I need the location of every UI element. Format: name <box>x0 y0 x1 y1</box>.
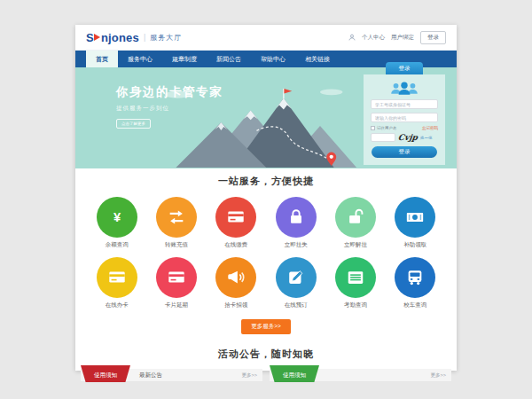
service-label: 余额查询 <box>106 241 129 249</box>
card-icon[interactable] <box>97 257 137 298</box>
service-item-9[interactable]: 在线预订 <box>276 257 317 309</box>
password-input[interactable] <box>371 113 438 122</box>
nav-item-3[interactable]: 新闻公告 <box>207 51 251 67</box>
services-grid: ¥余额查询转账充值在线缴费立即挂失立即解挂补助领取在线办卡卡片延期拾卡招领在线预… <box>87 197 445 309</box>
service-label: 立即挂失 <box>285 241 308 249</box>
svg-text:¥: ¥ <box>113 210 121 224</box>
announcements-section-title: 活动公告，随时知晓 <box>75 348 457 361</box>
service-label: 补助领取 <box>403 241 426 249</box>
service-label: 转账充值 <box>165 241 188 249</box>
nav-item-2[interactable]: 规章制度 <box>162 51 207 67</box>
remember-checkbox[interactable] <box>371 126 375 130</box>
logo-text-rest: njones <box>101 31 139 44</box>
announcement-bars: 使用须知 最新公告 更多>> 使用须知 更多>> <box>81 369 451 382</box>
service-label: 考勤查询 <box>344 301 367 309</box>
login-panel: 登录 记住用户名 <box>364 62 445 165</box>
nav-item-5[interactable]: 相关链接 <box>295 51 340 67</box>
list-icon[interactable] <box>335 257 376 298</box>
nav-item-4[interactable]: 帮助中心 <box>251 51 295 67</box>
nav-item-1[interactable]: 服务中心 <box>118 51 162 67</box>
site-logo[interactable]: S njones | 服务大厅 <box>86 31 182 44</box>
service-label: 拾卡招领 <box>224 301 247 309</box>
notice-panel-right: 使用须知 更多>> <box>270 369 451 382</box>
yuan-icon[interactable]: ¥ <box>97 197 137 238</box>
hero-subtitle: 提供服务一步到位 <box>116 105 223 113</box>
forgot-password-link[interactable]: 忘记密码 <box>422 126 438 130</box>
more-link-left[interactable]: 更多>> <box>242 372 257 379</box>
site-subtitle: 服务大厅 <box>150 33 182 43</box>
logo-arrow-icon <box>94 34 100 41</box>
latest-announcements-label[interactable]: 最新公告 <box>139 372 162 379</box>
usage-notice-tab-right[interactable]: 使用须知 <box>270 365 319 382</box>
captcha-row: Cvjp 换一张 <box>371 133 438 142</box>
megaphone-icon[interactable] <box>215 257 256 298</box>
service-item-8[interactable]: 拾卡招领 <box>215 257 256 309</box>
service-item-5[interactable]: 补助领取 <box>395 197 435 249</box>
nav-item-0[interactable]: 首页 <box>86 51 118 67</box>
card-icon[interactable] <box>215 197 256 238</box>
login-tab[interactable]: 登录 <box>386 62 423 74</box>
transfer-icon[interactable] <box>156 197 197 238</box>
service-item-0[interactable]: ¥余额查询 <box>97 197 137 249</box>
service-label: 在线预订 <box>285 301 308 309</box>
service-item-3[interactable]: 立即挂失 <box>276 197 317 249</box>
usage-notice-tab-left[interactable]: 使用须知 <box>81 365 130 382</box>
service-label: 卡片延期 <box>165 301 188 309</box>
service-item-2[interactable]: 在线缴费 <box>215 197 256 249</box>
remember-row: 记住用户名 忘记密码 <box>371 126 438 130</box>
header-utility-links: 个人中心 用户绑定 登录 <box>348 31 446 44</box>
logo-text: S <box>86 31 94 44</box>
person-icon <box>348 34 356 41</box>
desktop-background: S njones | 服务大厅 个人中心 用户绑定 登录 首页服务中心规章制度新… <box>0 0 532 399</box>
service-item-7[interactable]: 卡片延期 <box>156 257 197 309</box>
login-submit-button[interactable]: 登录 <box>372 146 437 158</box>
service-item-4[interactable]: 立即解挂 <box>335 197 376 249</box>
login-card: 记住用户名 忘记密码 Cvjp 换一张 登录 <box>364 74 445 165</box>
captcha-input[interactable] <box>371 133 395 142</box>
service-item-10[interactable]: 考勤查询 <box>335 257 376 309</box>
users-icon <box>388 81 420 96</box>
edit-icon[interactable] <box>276 257 317 298</box>
service-label: 立即解挂 <box>344 241 367 249</box>
logo-divider: | <box>144 33 145 42</box>
services-section: 一站服务，方便快捷 ¥余额查询转账充值在线缴费立即挂失立即解挂补助领取在线办卡卡… <box>75 168 457 334</box>
hero-banner: 你身边的卡管专家 提供服务一步到位 点击了解更多 <box>75 67 457 168</box>
header-link-personal-center[interactable]: 个人中心 <box>362 34 385 42</box>
service-item-11[interactable]: 校车查询 <box>395 257 435 309</box>
service-label: 校车查询 <box>403 301 426 309</box>
card-icon[interactable] <box>156 257 197 298</box>
username-input[interactable] <box>371 99 438 109</box>
service-item-6[interactable]: 在线办卡 <box>97 257 137 309</box>
header-link-user-binding[interactable]: 用户绑定 <box>391 34 414 42</box>
banknote-icon[interactable] <box>395 197 435 238</box>
header-login-button[interactable]: 登录 <box>420 31 446 44</box>
more-services-button[interactable]: 更多服务>> <box>241 319 291 334</box>
site-header: S njones | 服务大厅 个人中心 用户绑定 登录 <box>75 25 457 51</box>
announcements-section: 活动公告，随时知晓 使用须知 最新公告 更多>> 使用须知 更多>> <box>75 334 457 382</box>
service-label: 在线缴费 <box>224 241 247 249</box>
lock-icon[interactable] <box>276 197 317 238</box>
hero-text-block: 你身边的卡管专家 提供服务一步到位 点击了解更多 <box>116 84 223 129</box>
service-label: 在线办卡 <box>106 301 129 309</box>
services-section-title: 一站服务，方便快捷 <box>75 175 457 188</box>
captcha-refresh-link[interactable]: 换一张 <box>420 136 433 140</box>
portal-page: S njones | 服务大厅 个人中心 用户绑定 登录 首页服务中心规章制度新… <box>75 25 457 371</box>
more-link-right[interactable]: 更多>> <box>431 372 446 379</box>
bus-icon[interactable] <box>395 257 435 298</box>
hero-title: 你身边的卡管专家 <box>116 84 223 100</box>
captcha-image[interactable]: Cvjp <box>397 133 418 142</box>
hero-cta-button[interactable]: 点击了解更多 <box>116 119 151 129</box>
notice-panel-left: 使用须知 最新公告 更多>> <box>81 369 262 382</box>
service-item-1[interactable]: 转账充值 <box>156 197 197 249</box>
remember-label: 记住用户名 <box>377 126 397 130</box>
unlock-icon[interactable] <box>335 197 376 238</box>
